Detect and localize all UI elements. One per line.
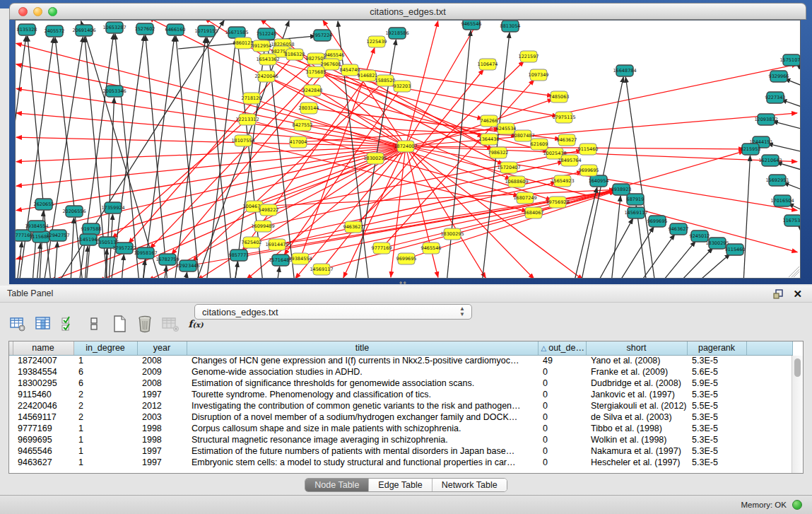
graph-node[interactable]: 18107554 — [231, 135, 254, 146]
graph-node[interactable]: 17359924 — [101, 202, 124, 214]
table-cell[interactable]: 0 — [538, 411, 586, 423]
table-selector-dropdown[interactable]: citations_edges.txt ▲▼ — [194, 304, 472, 320]
graph-node[interactable]: 2718120 — [242, 93, 262, 104]
table-cell[interactable]: 2003 — [137, 411, 187, 423]
graph-node[interactable]: 1221597 — [519, 51, 539, 62]
graph-node[interactable]: 12213312 — [235, 114, 259, 125]
graph-edge[interactable] — [235, 262, 238, 278]
column-header-year[interactable]: year — [137, 341, 187, 355]
graph-node[interactable]: 7512245 — [257, 28, 277, 40]
tab-network-table[interactable]: Network Table — [432, 479, 507, 491]
table-cell[interactable]: 0 — [538, 400, 586, 411]
table-cell[interactable]: 1997 — [137, 445, 187, 457]
table-cell[interactable]: Tibbo et al. (1998) — [586, 423, 687, 434]
column-header-short[interactable]: short — [586, 341, 687, 355]
graph-node[interactable]: 5498222 — [259, 204, 279, 216]
graph-node[interactable]: 10719155 — [194, 25, 218, 37]
close-icon[interactable]: ✕ — [793, 287, 802, 301]
graph-node[interactable]: 7485063 — [549, 91, 570, 103]
table-cell[interactable]: 1 — [73, 434, 137, 445]
table-row[interactable]: 1872400712008Changes of HCN gene express… — [9, 355, 792, 366]
new-document-icon[interactable] — [110, 315, 129, 333]
table-cell[interactable]: 9115460 — [13, 389, 73, 400]
table-cell[interactable]: 9777169 — [13, 423, 73, 434]
table-cell[interactable]: 1998 — [137, 434, 187, 445]
float-window-icon[interactable] — [772, 288, 784, 300]
table-cell[interactable]: 2012 — [137, 400, 187, 411]
table-cell[interactable]: 19384554 — [13, 366, 73, 378]
graph-node[interactable]: 9242848 — [302, 85, 323, 96]
delete-table-icon[interactable] — [136, 315, 154, 333]
table-row[interactable]: 1830029562008Estimation of significance … — [9, 378, 792, 389]
tab-edge-table[interactable]: Edge Table — [368, 479, 431, 491]
table-row[interactable]: 946554611997Estimation of the future num… — [9, 445, 792, 457]
table-header-row[interactable]: namein_degreeyeartitle△out_de…shortpager… — [9, 341, 792, 355]
table-cell[interactable]: 5.3E-5 — [687, 411, 746, 423]
splitter-handle[interactable] — [398, 281, 408, 285]
table-cell[interactable]: 5.3E-5 — [687, 434, 746, 445]
graph-node[interactable]: 14569117 — [624, 207, 647, 218]
graph-node[interactable]: 22420046 — [254, 71, 278, 82]
graph-node[interactable]: 687919 — [627, 194, 645, 205]
graph-node[interactable]: 8938923 — [611, 184, 632, 195]
graph-node[interactable]: 2803144 — [299, 103, 319, 114]
graph-node[interactable]: 10688609 — [505, 176, 528, 187]
graph-node[interactable]: 15654923 — [551, 175, 574, 187]
graph-edge[interactable] — [611, 196, 620, 278]
table-cell[interactable]: Jankovic et al. (1997) — [586, 389, 687, 400]
minimize-traffic-light[interactable] — [33, 7, 42, 16]
graph-node[interactable]: 1527602 — [135, 23, 155, 35]
table-cell[interactable]: 2 — [73, 389, 137, 400]
table-cell[interactable]: 1 — [73, 445, 137, 457]
table-cell[interactable]: 14569117 — [13, 411, 73, 423]
graph-edge[interactable] — [406, 146, 486, 278]
graph-node[interactable]: 1106474 — [478, 59, 498, 70]
column-header-in_degree[interactable]: in_degree — [73, 341, 137, 355]
graph-node[interactable]: 18495764 — [558, 155, 581, 166]
graph-edge[interactable] — [71, 218, 74, 278]
graph-node[interactable]: 9465546 — [461, 21, 482, 30]
graph-node[interactable]: 9860123 — [233, 37, 254, 49]
table-cell[interactable]: 1 — [73, 355, 137, 366]
graph-edge[interactable] — [16, 146, 406, 211]
column-header-title[interactable]: title — [187, 341, 538, 355]
graph-node[interactable]: 8186328 — [285, 49, 305, 60]
graph-node[interactable]: 1097349 — [529, 69, 549, 81]
memory-ok-indicator[interactable] — [792, 500, 802, 510]
graph-node[interactable]: 7986322 — [488, 147, 509, 158]
table-row[interactable]: 977716911998Corpus callosum shape and si… — [9, 423, 792, 434]
graph-node[interactable]: 9197588 — [81, 223, 102, 235]
resize-grip[interactable] — [788, 266, 799, 277]
panel-splitter[interactable] — [0, 280, 812, 286]
graph-node[interactable]: 9115460 — [578, 144, 599, 155]
network-window-titlebar[interactable]: citations_edges.txt — [9, 3, 806, 20]
table-cell[interactable]: Estimation of the future numbers of pati… — [187, 445, 538, 457]
table-cell[interactable]: 0 — [538, 378, 586, 389]
column-header-pagerank[interactable]: pagerank — [687, 341, 746, 355]
table-cell[interactable]: 1 — [73, 423, 137, 434]
table-cell[interactable]: Investigating the contribution of common… — [187, 400, 538, 411]
table-cell[interactable]: Wolkin et al. (1998) — [586, 434, 687, 445]
graph-edge[interactable] — [122, 255, 124, 278]
graph-node[interactable]: 932203 — [394, 81, 411, 92]
graph-node[interactable]: 417004 — [290, 136, 307, 148]
graph-node[interactable]: 9463627 — [669, 223, 689, 235]
graph-node[interactable]: 2405572 — [45, 25, 65, 37]
graph-node[interactable]: 16099489 — [251, 221, 274, 232]
graph-node[interactable]: 8215953 — [741, 144, 761, 155]
graph-node[interactable]: 17016504 — [770, 195, 794, 206]
graph-node[interactable]: 9699695 — [396, 253, 417, 264]
graph-node[interactable]: 9463627 — [343, 221, 364, 233]
table-cell[interactable]: Corpus callosum shape and size in male p… — [187, 423, 538, 434]
table-row[interactable]: 911546021997Tourette syndrome. Phenomeno… — [9, 389, 792, 400]
graph-node[interactable]: 18300295 — [363, 153, 387, 164]
network-canvas[interactable]: 8135328240557220691406106532871527602646… — [15, 20, 801, 279]
scrollbar-thumb[interactable] — [794, 358, 801, 377]
graph-node[interactable]: 19756928 — [546, 197, 569, 208]
graph-edge[interactable] — [406, 146, 797, 252]
graph-node[interactable]: 20691406 — [72, 25, 95, 36]
table-cell[interactable]: 9465546 — [13, 445, 73, 457]
graph-node[interactable]: 20206556 — [62, 206, 86, 217]
table-cell[interactable]: Structural magnetic resonance image aver… — [187, 434, 538, 445]
zoom-traffic-light[interactable] — [48, 7, 57, 16]
